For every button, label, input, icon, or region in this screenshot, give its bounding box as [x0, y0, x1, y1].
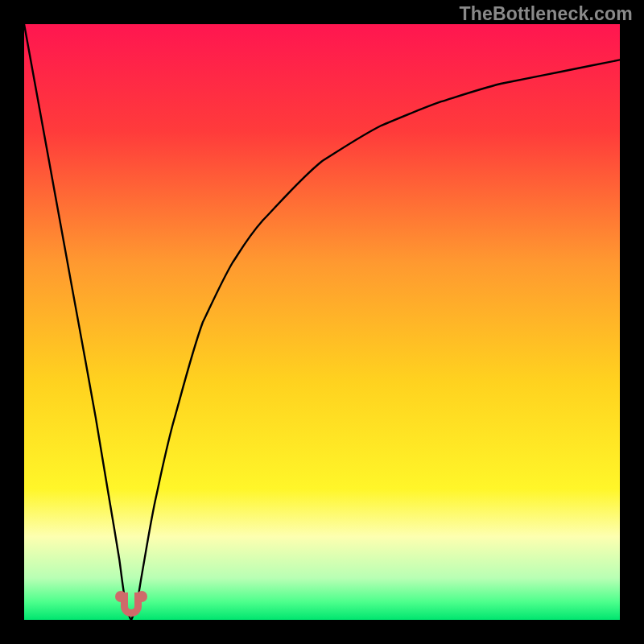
watermark-text: TheBottleneck.com	[459, 3, 633, 25]
chart-frame: TheBottleneck.com	[0, 0, 644, 644]
bottleneck-curve	[24, 24, 620, 620]
curve-layer	[24, 24, 620, 620]
plot-area	[24, 24, 620, 620]
